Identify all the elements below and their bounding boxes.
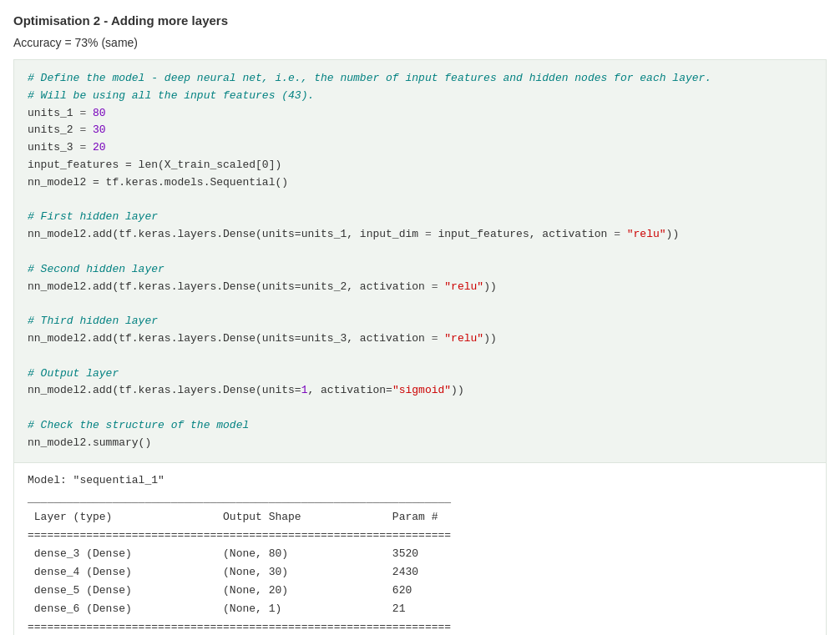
comment1: # Define the model - deep neural net, i.…: [28, 72, 711, 84]
table-row: dense_4 (Dense) (None, 30) 2430: [28, 566, 458, 578]
model-name: Model: "sequential_1": [28, 474, 164, 486]
output-block: Model: "sequential_1" __________________…: [13, 463, 827, 635]
table-row: dense_6 (Dense) (None, 1) 21: [28, 602, 458, 615]
separator-top: ________________________________________…: [28, 492, 451, 505]
separator-eq2: ========================================…: [28, 621, 451, 633]
comment2: # Will be using all the input features (…: [28, 89, 314, 102]
page-title: Optimisation 2 - Adding more layers: [13, 13, 827, 28]
separator-eq: ========================================…: [28, 529, 451, 542]
table-header: Layer (type) Output Shape Param #: [28, 511, 458, 523]
accuracy-line: Accuracy = 73% (same): [13, 36, 827, 49]
code-block: # Define the model - deep neural net, i.…: [13, 59, 827, 463]
table-row: dense_5 (Dense) (None, 20) 620: [28, 584, 458, 597]
table-row: dense_3 (Dense) (None, 80) 3520: [28, 547, 458, 560]
